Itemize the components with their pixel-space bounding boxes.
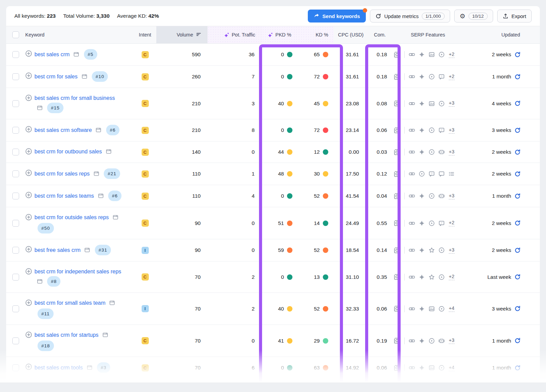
row-checkbox[interactable]: [12, 73, 19, 80]
keyword-link[interactable]: best free sales crm: [34, 247, 81, 253]
serp-snapshot-icon[interactable]: [393, 149, 400, 156]
serp-more-link[interactable]: +2: [449, 74, 455, 80]
add-keyword-icon[interactable]: [25, 331, 32, 338]
serp-preview-icon[interactable]: [102, 331, 108, 341]
row-checkbox[interactable]: [12, 170, 19, 177]
row-checkbox[interactable]: [12, 127, 19, 134]
column-header-volume[interactable]: Volume: [156, 26, 207, 43]
select-all-checkbox[interactable]: [12, 31, 19, 38]
serp-more-link[interactable]: +3: [449, 193, 455, 199]
row-checkbox[interactable]: [12, 149, 19, 155]
keyword-link[interactable]: best crm for sales teams: [34, 193, 94, 199]
refresh-metrics-icon[interactable]: [514, 171, 521, 177]
add-keyword-icon[interactable]: [25, 192, 32, 198]
add-keyword-icon[interactable]: [25, 148, 32, 155]
serp-snapshot-icon[interactable]: [393, 364, 400, 372]
serp-preview-icon[interactable]: [106, 148, 112, 157]
serp-preview-icon[interactable]: [109, 299, 115, 308]
export-button[interactable]: Export: [497, 10, 532, 22]
serp-snapshot-icon[interactable]: [393, 51, 400, 58]
refresh-metrics-icon[interactable]: [514, 193, 521, 199]
serp-more-link[interactable]: +3: [449, 149, 455, 155]
keyword-link[interactable]: best crm for small sales team: [34, 300, 105, 306]
refresh-metrics-icon[interactable]: [514, 247, 521, 254]
serp-snapshot-icon[interactable]: [393, 170, 400, 178]
serp-snapshot-icon[interactable]: [393, 220, 400, 227]
add-keyword-icon[interactable]: [25, 246, 32, 253]
add-keyword-icon[interactable]: [25, 169, 32, 176]
keyword-link[interactable]: best crm for independent sales reps: [34, 269, 121, 274]
keyword-link[interactable]: best sales crm for small business: [34, 95, 115, 101]
serp-more-link[interactable]: +4: [449, 365, 455, 371]
serp-preview-icon[interactable]: [37, 104, 43, 114]
serp-more-link[interactable]: +2: [449, 220, 455, 226]
serp-snapshot-icon[interactable]: [393, 247, 400, 254]
refresh-metrics-icon[interactable]: [514, 365, 521, 371]
keyword-link[interactable]: best crm for sales: [34, 74, 77, 79]
row-checkbox[interactable]: [12, 387, 19, 392]
serp-snapshot-icon[interactable]: [393, 305, 400, 312]
serp-preview-icon[interactable]: [94, 170, 99, 179]
refresh-metrics-icon[interactable]: [514, 305, 521, 312]
add-keyword-icon[interactable]: [25, 126, 32, 133]
row-checkbox[interactable]: [12, 364, 19, 371]
refresh-metrics-icon[interactable]: [514, 149, 521, 155]
keyword-link[interactable]: best sales crm tools: [34, 365, 83, 371]
add-keyword-icon[interactable]: [25, 386, 32, 392]
serp-preview-icon[interactable]: [98, 192, 104, 201]
keyword-link[interactable]: best sales crm software: [34, 127, 92, 133]
row-checkbox[interactable]: [12, 100, 19, 107]
serp-more-link[interactable]: +3: [449, 100, 455, 107]
keyword-link[interactable]: best sales crm: [34, 51, 70, 57]
serp-more-link[interactable]: +2: [449, 51, 455, 58]
serp-preview-icon[interactable]: [113, 214, 118, 223]
serp-more-link[interactable]: +2: [449, 387, 455, 392]
row-checkbox[interactable]: [12, 220, 19, 227]
refresh-metrics-icon[interactable]: [514, 51, 521, 58]
row-checkbox[interactable]: [12, 274, 19, 281]
settings-button[interactable]: ⚙ 10/12: [454, 10, 493, 22]
serp-snapshot-icon[interactable]: [393, 100, 400, 107]
serp-more-link[interactable]: +3: [449, 247, 455, 254]
add-keyword-icon[interactable]: [25, 268, 32, 275]
row-checkbox[interactable]: [12, 193, 19, 199]
serp-more-link[interactable]: +3: [449, 127, 455, 134]
send-keywords-button[interactable]: Send keywords: [308, 10, 366, 22]
serp-preview-icon[interactable]: [73, 51, 79, 60]
refresh-metrics-icon[interactable]: [514, 274, 521, 280]
serp-preview-icon[interactable]: [82, 73, 87, 82]
serp-preview-icon[interactable]: [96, 126, 101, 136]
serp-snapshot-icon[interactable]: [393, 73, 400, 80]
keyword-link[interactable]: best sales crm for startups: [34, 332, 99, 338]
refresh-metrics-icon[interactable]: [514, 337, 521, 344]
update-metrics-button[interactable]: Update metrics 1/1,000: [370, 10, 450, 22]
refresh-metrics-icon[interactable]: [514, 387, 521, 392]
refresh-metrics-icon[interactable]: [514, 100, 521, 107]
add-keyword-icon[interactable]: [25, 72, 32, 79]
refresh-metrics-icon[interactable]: [514, 74, 521, 80]
add-keyword-icon[interactable]: [25, 50, 32, 57]
keyword-link[interactable]: best crm for outside sales reps: [34, 214, 109, 220]
serp-snapshot-icon[interactable]: [393, 387, 400, 392]
keyword-link[interactable]: best crm for b2b sales: [34, 387, 88, 392]
serp-preview-icon[interactable]: [84, 246, 90, 256]
serp-snapshot-icon[interactable]: [393, 193, 400, 200]
refresh-metrics-icon[interactable]: [514, 127, 521, 134]
add-keyword-icon[interactable]: [25, 214, 32, 221]
serp-more-link[interactable]: +3: [449, 337, 455, 344]
serp-more-link[interactable]: +2: [449, 274, 455, 280]
keyword-link[interactable]: best crm for sales reps: [34, 171, 90, 177]
add-keyword-icon[interactable]: [25, 94, 32, 101]
serp-preview-icon[interactable]: [37, 278, 43, 287]
keyword-link[interactable]: best crm for outbound sales: [34, 149, 102, 154]
serp-snapshot-icon[interactable]: [393, 337, 400, 344]
serp-more-link[interactable]: +4: [449, 305, 455, 312]
row-checkbox[interactable]: [12, 51, 19, 58]
row-checkbox[interactable]: [12, 247, 19, 254]
serp-snapshot-icon[interactable]: [393, 273, 400, 281]
row-checkbox[interactable]: [12, 337, 19, 344]
refresh-metrics-icon[interactable]: [514, 220, 521, 226]
add-keyword-icon[interactable]: [25, 363, 32, 370]
serp-snapshot-icon[interactable]: [393, 127, 400, 134]
row-checkbox[interactable]: [12, 305, 19, 312]
